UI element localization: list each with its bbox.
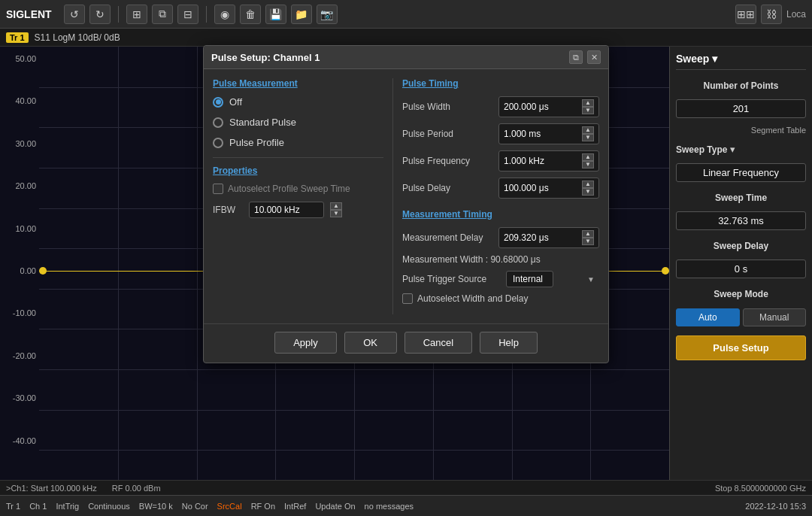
radio-profile[interactable]: Pulse Profile (213, 137, 383, 148)
manual-mode-button[interactable]: Manual (743, 308, 807, 326)
radio-standard[interactable]: Standard Pulse (213, 117, 383, 128)
frequency-up-button[interactable]: ▲ (582, 153, 594, 161)
radio-standard-label: Standard Pulse (229, 117, 296, 128)
brand-logo: SIGLENT (6, 8, 52, 20)
sweep-mode-label: Sweep Mode (676, 289, 806, 299)
toolbar-btn-4[interactable]: ◉ (214, 5, 235, 24)
autoselect-checkbox[interactable] (213, 184, 223, 194)
dialog-title: Pulse Setup: Channel 1 (211, 52, 320, 63)
number-of-points-label: Number of Points (676, 80, 806, 91)
dialog-screenshot-button[interactable]: ⧉ (569, 50, 583, 64)
frequency-spinbox: ▲ ▼ (582, 153, 594, 168)
undo-button[interactable]: ↺ (64, 5, 85, 24)
bottom-rfon: RF On (251, 502, 275, 511)
period-down-button[interactable]: ▼ (582, 134, 594, 141)
ifbw-input[interactable] (249, 202, 324, 218)
redo-button[interactable]: ↻ (89, 5, 111, 24)
sweep-title[interactable]: Sweep ▾ (676, 53, 806, 70)
layout-btn[interactable]: ⊞⊞ (735, 5, 756, 24)
sweep-mode-row: Auto Manual (676, 308, 806, 326)
width-down-button[interactable]: ▼ (582, 107, 594, 114)
dialog-close-button[interactable]: ✕ (587, 50, 601, 64)
signal-dot-right (662, 267, 669, 275)
meas-delay-down-button[interactable]: ▼ (582, 238, 594, 245)
period-spinbox: ▲ ▼ (582, 126, 594, 141)
timing-row-width: Pulse Width 200.000 μs ▲ ▼ (402, 96, 599, 117)
radio-off-dot (216, 99, 221, 105)
trace-tag: Tr 1 (6, 32, 29, 43)
y-label-5: 0.00 (3, 266, 36, 275)
trigger-select-arrow-icon: ▼ (587, 275, 595, 284)
dialog-right: Pulse Timing Pulse Width 200.000 μs ▲ ▼ … (393, 78, 599, 314)
timing-value-frequency[interactable]: 1.000 kHz ▲ ▼ (498, 150, 599, 171)
timing-value-period[interactable]: 1.000 ms ▲ ▼ (498, 123, 599, 144)
properties-section: Properties Autoselect Profile Sweep Time… (213, 157, 383, 218)
sweep-type-row: Sweep Type ▾ (676, 144, 806, 155)
period-up-button[interactable]: ▲ (582, 126, 594, 134)
y-label-0: 50.00 (3, 54, 36, 63)
auto-mode-button[interactable]: Auto (676, 308, 740, 326)
properties-label: Properties (213, 165, 383, 176)
sweep-type-arrow-icon: ▾ (730, 144, 735, 155)
timing-value-width[interactable]: 200.000 μs ▲ ▼ (498, 96, 599, 117)
pulse-setup-button[interactable]: Pulse Setup (676, 335, 806, 360)
radio-off[interactable]: Off (213, 96, 383, 108)
y-label-9: -40.00 (3, 436, 36, 445)
timing-row-frequency: Pulse Frequency 1.000 kHz ▲ ▼ (402, 150, 599, 171)
y-label-7: -20.00 (3, 351, 36, 360)
toolbar-btn-7[interactable]: 📁 (291, 5, 312, 24)
pulse-setup-dialog: Pulse Setup: Channel 1 ⧉ ✕ Pulse Measure… (203, 45, 609, 363)
sweep-type-label: Sweep Type (676, 144, 727, 155)
meas-delay-value[interactable]: 209.320 μs ▲ ▼ (498, 227, 599, 248)
pulse-timing-section: Pulse Timing Pulse Width 200.000 μs ▲ ▼ … (402, 78, 599, 199)
bottom-nocor: No Cor (182, 502, 208, 511)
y-label-3: 20.00 (3, 181, 36, 190)
toolbar-btn-6[interactable]: 💾 (265, 5, 286, 24)
bottom-datetime: 2022-12-10 15:3 (745, 502, 806, 511)
timing-label-delay: Pulse Delay (402, 183, 492, 193)
ifbw-down-button[interactable]: ▼ (330, 210, 342, 217)
pulse-measurement-label: Pulse Measurement (213, 78, 383, 89)
timing-text-period: 1.000 ms (504, 129, 541, 139)
radio-standard-circle (213, 117, 223, 128)
meas-delay-up-button[interactable]: ▲ (582, 230, 594, 238)
y-label-8: -30.00 (3, 393, 36, 402)
ok-button[interactable]: OK (344, 332, 397, 354)
sweep-time-label: Sweep Time (676, 193, 806, 203)
timing-row-period: Pulse Period 1.000 ms ▲ ▼ (402, 123, 599, 144)
timing-label-frequency: Pulse Frequency (402, 156, 492, 166)
help-button[interactable]: Help (480, 332, 538, 354)
toolbar-right: ⊞⊞ ⛓ Loca (735, 5, 806, 24)
delay-up-button[interactable]: ▲ (582, 181, 594, 188)
measurement-width-text: Measurement Width : 90.68000 μs (402, 254, 599, 265)
width-up-button[interactable]: ▲ (582, 99, 594, 107)
dialog-footer: Apply OK Cancel Help (204, 323, 608, 363)
sweep-delay-value[interactable]: 0 s (676, 260, 806, 278)
toolbar-btn-3[interactable]: ⊟ (177, 5, 198, 24)
frequency-down-button[interactable]: ▼ (582, 161, 594, 168)
sep2 (206, 6, 207, 23)
segment-table-label[interactable]: Segment Table (676, 126, 806, 135)
toolbar-btn-2[interactable]: ⧉ (152, 5, 173, 24)
autoselect-width-checkbox[interactable] (402, 293, 413, 304)
number-of-points-value[interactable]: 201 (676, 99, 806, 118)
sweep-type-value[interactable]: Linear Frequency (676, 163, 806, 182)
network-btn[interactable]: ⛓ (761, 5, 782, 24)
cancel-button[interactable]: Cancel (404, 332, 472, 354)
dialog-titlebar: Pulse Setup: Channel 1 ⧉ ✕ (204, 46, 608, 69)
meas-delay-spinbox: ▲ ▼ (582, 230, 594, 245)
bottom-messages: no messages (365, 502, 414, 511)
delay-down-button[interactable]: ▼ (582, 188, 594, 196)
autoselect-checkbox-row[interactable]: Autoselect Profile Sweep Time (213, 184, 383, 194)
trigger-select[interactable]: Internal External (506, 271, 553, 287)
toolbar-btn-8[interactable]: 📷 (317, 5, 338, 24)
autoselect-width-row[interactable]: Autoselect Width and Delay (402, 293, 599, 304)
bottom-ch1: Ch 1 (29, 502, 47, 511)
trigger-select-wrapper: Internal External ▼ (506, 271, 599, 287)
toolbar-btn-1[interactable]: ⊞ (126, 5, 147, 24)
ifbw-up-button[interactable]: ▲ (330, 202, 342, 210)
toolbar-btn-5[interactable]: 🗑 (240, 5, 261, 24)
y-label-2: 30.00 (3, 139, 36, 148)
apply-button[interactable]: Apply (274, 332, 337, 354)
timing-value-delay[interactable]: 100.000 μs ▲ ▼ (498, 178, 599, 199)
